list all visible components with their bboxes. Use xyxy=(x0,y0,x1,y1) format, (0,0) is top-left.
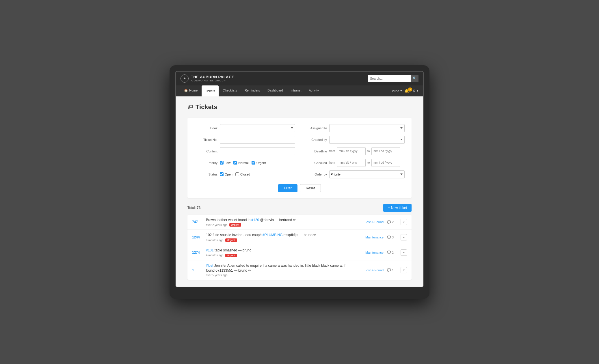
ticket-link[interactable]: #101 xyxy=(206,248,214,252)
priority-low-checkbox[interactable] xyxy=(220,161,224,165)
book-label: Book xyxy=(194,126,217,130)
ticket-comments: 💬 2 xyxy=(387,251,397,254)
priority-normal[interactable]: Normal xyxy=(233,161,248,165)
book-row: Book xyxy=(194,124,295,133)
assigned-to-select[interactable] xyxy=(329,124,405,132)
tab-intranet[interactable]: Intranet xyxy=(287,85,305,96)
ticket-time: 4 months ago xyxy=(206,254,224,257)
main-content: 🏷 Tickets Book Ticket No. Content xyxy=(176,96,423,287)
ticket-link[interactable]: #lost xyxy=(206,264,213,268)
ticket-title: #lost Jennifer Atlen called to enquire i… xyxy=(206,263,354,273)
brand-logo: ✦ xyxy=(181,74,189,83)
book-select[interactable] xyxy=(220,124,295,132)
ticket-list-header: Total: 73 + New ticket xyxy=(187,204,412,212)
new-ticket-button[interactable]: + New ticket xyxy=(383,204,412,212)
order-by-row: Order by Priority xyxy=(304,170,405,179)
ticket-comments: 💬 2 xyxy=(387,220,397,224)
filter-button[interactable]: Filter xyxy=(278,184,297,192)
ticket-body: #lost Jennifer Atlen called to enquire i… xyxy=(206,263,354,277)
ticket-dropdown[interactable]: ▾ xyxy=(401,267,407,273)
ticket-category[interactable]: Maintenance xyxy=(358,236,384,239)
brand: ✦ THE AUBURN PALACE A DEMO HOTEL GROUP xyxy=(181,74,234,83)
ticket-body: 102 fuite sous le lavabo - eau coupé #PL… xyxy=(206,233,354,242)
ticket-priority-badge: Urgent xyxy=(229,223,241,227)
ticket-dropdown[interactable]: ▾ xyxy=(401,249,407,256)
ticket-meta: over 2 years ago Urgent xyxy=(206,223,354,227)
user-menu[interactable]: Bruno ▾ xyxy=(391,89,402,93)
status-open-checkbox[interactable] xyxy=(220,172,224,176)
priority-low[interactable]: Low xyxy=(220,161,230,165)
ticket-id[interactable]: 1274 xyxy=(192,251,202,255)
nav-right: Bruno ▾ 🔔 3 ▾ ⚙ ▾ xyxy=(391,89,418,93)
status-closed-checkbox[interactable] xyxy=(235,172,239,176)
search-button[interactable]: 🔍 xyxy=(411,75,418,82)
status-row: Status Open Closed xyxy=(194,170,295,179)
checked-row: Checked from to xyxy=(304,158,405,167)
ticket-priority-badge: Urgent xyxy=(225,254,237,257)
ticket-meta: over 5 years ago xyxy=(206,274,354,277)
deadline-label: Deadline xyxy=(304,150,327,153)
ticket-priority-badge: Urgent xyxy=(225,238,237,242)
page-title: Tickets xyxy=(196,103,217,111)
tab-checklists[interactable]: Checklists xyxy=(219,85,241,96)
tab-tickets[interactable]: Tickets xyxy=(202,85,218,96)
filter-right: Assigned to Created by Deadline from to xyxy=(304,124,405,179)
ticket-dropdown[interactable]: ▾ xyxy=(401,219,407,225)
deadline-to-input[interactable] xyxy=(371,147,400,155)
ticket-time: over 5 years ago xyxy=(206,274,228,277)
notification-badge: 3 xyxy=(408,87,412,92)
total-label: Total: 73 xyxy=(187,206,200,210)
brand-text: THE AUBURN PALACE A DEMO HOTEL GROUP xyxy=(191,75,234,82)
ticket-body: #101 table smashed — bruno 4 months ago … xyxy=(206,248,354,257)
search-input[interactable] xyxy=(368,75,411,82)
order-by-select[interactable]: Priority xyxy=(329,170,405,178)
brand-name: THE AUBURN PALACE xyxy=(191,75,234,79)
ticket-link[interactable]: #PLUMBING xyxy=(263,233,282,237)
table-row: 1 #lost Jennifer Atlen called to enquire… xyxy=(187,260,412,280)
tab-reminders[interactable]: Reminders xyxy=(241,85,263,96)
ticket-meta: 9 months ago Urgent xyxy=(206,238,354,242)
settings-menu[interactable]: ⚙ ▾ xyxy=(413,89,418,93)
table-row: 747 Brown leather wallet found in #120 @… xyxy=(187,215,412,230)
priority-urgent-checkbox[interactable] xyxy=(252,161,255,165)
page-title-row: 🏷 Tickets xyxy=(187,103,412,111)
ticket-comments: 💬 3 xyxy=(387,236,397,239)
priority-normal-checkbox[interactable] xyxy=(233,161,237,165)
checked-to-label: to xyxy=(367,161,370,164)
tab-dashboard[interactable]: Dashboard xyxy=(264,85,287,96)
ticket-id[interactable]: 747 xyxy=(192,220,202,224)
ticket-meta: 4 months ago Urgent xyxy=(206,254,354,257)
priority-urgent[interactable]: Urgent xyxy=(252,161,266,165)
created-by-select[interactable] xyxy=(329,136,405,144)
assigned-to-row: Assigned to xyxy=(304,124,405,133)
reset-button[interactable]: Reset xyxy=(300,184,321,192)
status-open[interactable]: Open xyxy=(220,172,232,176)
priority-label: Priority xyxy=(194,161,217,165)
ticket-dropdown[interactable]: ▾ xyxy=(401,234,407,240)
table-row: 1274 #101 table smashed — bruno 4 months… xyxy=(187,245,412,260)
checked-label: Checked xyxy=(304,161,327,165)
tab-home[interactable]: 🏠 Home xyxy=(181,85,201,96)
order-by-label: Order by xyxy=(304,173,327,176)
status-closed[interactable]: Closed xyxy=(235,172,250,176)
ticket-no-input[interactable] xyxy=(220,136,295,144)
content-input[interactable] xyxy=(220,147,295,155)
ticket-comments: 💬 1 xyxy=(387,268,397,272)
checked-to-input[interactable] xyxy=(371,159,400,167)
ticket-id[interactable]: 1244 xyxy=(192,235,202,239)
ticket-id[interactable]: 1 xyxy=(192,268,202,272)
status-checkboxes: Open Closed xyxy=(220,172,250,176)
nav-tabs: 🏠 Home Tickets Checklists Reminders Dash… xyxy=(176,85,423,96)
deadline-from-input[interactable] xyxy=(337,147,366,155)
filter-actions: Filter Reset xyxy=(194,184,405,192)
ticket-category[interactable]: Lost & Found xyxy=(358,220,384,224)
filter-left: Book Ticket No. Content Priority xyxy=(194,124,295,179)
checked-from-input[interactable] xyxy=(337,159,366,167)
ticket-category[interactable]: Maintenance xyxy=(358,251,384,254)
tab-activity[interactable]: Activity xyxy=(305,85,322,96)
ticket-category[interactable]: Lost & Found xyxy=(358,268,384,272)
home-icon: 🏠 xyxy=(184,89,188,92)
checked-inputs: from to xyxy=(329,159,400,167)
notification-button[interactable]: 🔔 3 ▾ xyxy=(404,89,410,93)
ticket-link[interactable]: #120 xyxy=(251,218,259,222)
